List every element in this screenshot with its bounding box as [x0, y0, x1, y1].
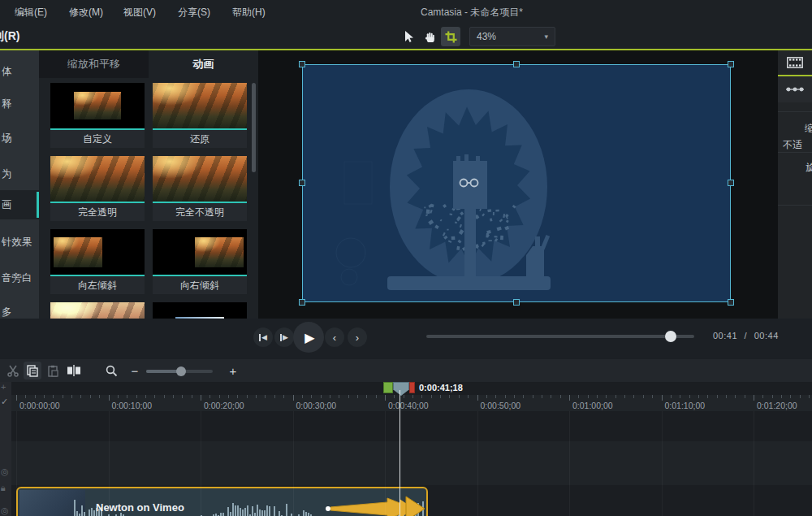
sidebar-item-behaviors[interactable]: 为 [0, 159, 39, 189]
selection-handle-w[interactable] [299, 180, 305, 186]
play-button[interactable]: ▶ [293, 322, 324, 353]
playhead-in-handle[interactable] [383, 382, 393, 393]
copy-icon [27, 365, 38, 377]
sidebar-item-media[interactable]: 体 [0, 57, 39, 86]
track-eye-icon[interactable]: ◎ [1, 466, 9, 477]
timeline-ruler[interactable]: 0:00:00;000:00:10;000:00:20;000:00:30;00… [11, 395, 812, 411]
track-area[interactable]: Newton on Vimeo [11, 411, 812, 516]
panel-tabs: 缩放和平移 动画 [39, 50, 258, 78]
preset-thumb-image [74, 92, 121, 119]
zoom-out-button[interactable]: − [126, 362, 144, 379]
menu-view[interactable]: 视图(V) [123, 6, 156, 20]
canvas-zoom-select[interactable]: 43% ▾ [469, 27, 555, 46]
divider [778, 205, 812, 206]
property-label-fragment: 不适 [783, 138, 802, 152]
playhead-out-handle[interactable] [409, 382, 415, 393]
crop-icon [445, 31, 457, 43]
zoom-slider-knob[interactable] [176, 366, 186, 376]
selection-handle-nw[interactable] [299, 61, 305, 67]
preset-thumb-image [195, 237, 244, 267]
divider [778, 111, 812, 112]
playhead-time-label: 0:00:41;18 [419, 383, 463, 392]
preset-grid: 自定义 还原 完全透明 完全不透明 向左倾斜 向右倾斜 [39, 78, 258, 319]
previous-clip-button[interactable]: ‹ [325, 327, 344, 347]
chevron-down-icon: ▾ [544, 33, 548, 41]
record-button[interactable]: 制(R) [0, 29, 19, 44]
chevron-left-icon: ‹ [333, 332, 336, 344]
audio-points-icon [785, 85, 805, 93]
preset-partial-8[interactable] [153, 302, 247, 319]
menu-help[interactable]: 帮助(H) [232, 6, 266, 20]
crop-tool-button[interactable] [441, 27, 460, 46]
canvas-toolbar: 制(R) 4 [0, 24, 812, 50]
preset-restore[interactable]: 还原 [153, 83, 247, 148]
playhead-line[interactable] [400, 390, 400, 516]
pan-tool-button[interactable] [420, 27, 439, 46]
seek-knob[interactable] [665, 331, 676, 342]
canvas-stage[interactable] [258, 50, 778, 319]
sidebar-item-animations[interactable]: 画 [0, 190, 39, 219]
sidebar-item-annotations[interactable]: 释 [0, 89, 39, 119]
selection-handle-se[interactable] [728, 299, 734, 306]
copy-button[interactable] [24, 362, 41, 379]
preset-tilt-right[interactable]: 向右倾斜 [153, 229, 247, 294]
menu-edit[interactable]: 编辑(E) [15, 6, 47, 20]
preset-thumb-image [153, 156, 247, 203]
next-clip-button[interactable]: › [348, 327, 367, 347]
step-forward-button[interactable]: ▶ [274, 327, 294, 347]
seek-bar[interactable] [426, 335, 694, 338]
track-lane-2[interactable] [11, 441, 812, 485]
step-back-button[interactable]: ◀ [253, 327, 273, 347]
play-icon: ▶ [304, 330, 314, 345]
tab-audio-properties[interactable] [778, 76, 812, 102]
track-lock-icon[interactable]: 🔒︎ [1, 483, 6, 493]
panel-scrollbar[interactable] [252, 83, 256, 172]
selection-handle-n[interactable] [513, 61, 520, 67]
preset-fade-out[interactable]: 完全透明 [50, 156, 145, 221]
paste-button[interactable] [44, 362, 62, 379]
selection-handle-ne[interactable] [728, 61, 734, 67]
playhead-head[interactable] [393, 382, 409, 396]
plus-icon: + [230, 364, 237, 378]
timeline-zoom-button[interactable] [102, 362, 120, 379]
preset-thumb-image [50, 302, 145, 319]
player-bar: ◀ ▶ ▶ ‹ › 00:41 / 00:44 [0, 319, 812, 359]
paste-icon [47, 365, 58, 377]
selection-handle-e[interactable] [728, 180, 734, 186]
animation-arrow[interactable] [18, 488, 426, 516]
chevron-right-icon: › [356, 332, 359, 344]
animation-start-dot[interactable] [326, 506, 330, 511]
preset-fade-in[interactable]: 完全不透明 [153, 156, 247, 221]
sidebar-item-voice-narration[interactable]: 音旁白 [0, 263, 39, 293]
timeline-zoom-slider[interactable] [146, 370, 213, 373]
split-button[interactable] [65, 362, 83, 379]
preset-tilt-left[interactable]: 向左倾斜 [50, 229, 145, 294]
zoom-in-button[interactable]: + [224, 362, 242, 379]
menu-modify[interactable]: 修改(M) [69, 6, 103, 20]
preset-thumb-image [54, 237, 102, 267]
menu-bar: 编辑(E) 修改(M) 视图(V) 分享(S) 帮助(H) Camtasia -… [0, 0, 812, 24]
preset-partial-7[interactable] [50, 302, 145, 319]
selection-handle-sw[interactable] [299, 299, 305, 306]
check-icon[interactable]: ✓ [1, 397, 8, 407]
sidebar-item-cursor-effects[interactable]: 针效果 [0, 228, 39, 257]
menu-share[interactable]: 分享(S) [178, 6, 210, 20]
preset-thumb-image [153, 83, 247, 130]
tab-animations[interactable]: 动画 [149, 50, 258, 78]
scissors-icon [6, 364, 19, 377]
cut-button[interactable] [4, 362, 22, 379]
animations-panel: 缩放和平移 动画 自定义 还原 完全透明 完全不透明 向左倾斜 [39, 50, 258, 319]
window-title: Camtasia - 未命名项目* [421, 6, 523, 20]
selection-handle-s[interactable] [513, 299, 520, 306]
property-label-fragment: 缩 [805, 122, 812, 136]
cursor-tool-button[interactable] [399, 27, 418, 46]
timeline-clip-newton[interactable]: Newton on Vimeo [16, 487, 428, 516]
preset-custom[interactable]: 自定义 [50, 83, 145, 148]
blueprint-media[interactable] [302, 64, 731, 302]
time-separator: / [745, 331, 748, 340]
add-track-icon[interactable]: + [1, 382, 6, 392]
track-eye-icon[interactable]: ◎ [1, 505, 9, 516]
tab-zoom-n-pan[interactable]: 缩放和平移 [39, 50, 149, 78]
sidebar-item-transitions[interactable]: 场 [0, 124, 39, 153]
tab-visual-properties[interactable] [778, 50, 812, 76]
